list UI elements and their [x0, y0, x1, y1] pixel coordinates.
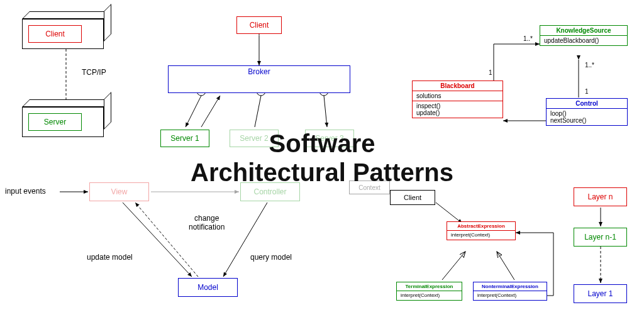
server-box: Server — [28, 113, 82, 131]
svg-line-12 — [223, 203, 267, 277]
broker-client: Client — [236, 16, 282, 34]
mult-many-b: 1..* — [585, 62, 594, 69]
mult-1b: 1 — [585, 88, 589, 95]
tcpip-label: TCP/IP — [82, 68, 106, 77]
mult-1a: 1 — [489, 69, 492, 76]
mvc-query-label: query model — [250, 253, 292, 262]
mvc-input-label: input events — [5, 187, 46, 196]
uml-control: Control loop() nextSource() — [546, 98, 628, 126]
uml-terminal: TerminalExpression interpret(Context) — [396, 282, 462, 301]
mvc-view: View — [89, 182, 149, 201]
client-cube: Client — [22, 19, 104, 49]
mvc-change-label: change notification — [189, 214, 225, 231]
svg-line-20 — [497, 252, 514, 280]
client-box: Client — [28, 25, 82, 43]
uml-abstract: AbstractExpression interpret(Context) — [447, 221, 516, 240]
layer-n1: Layer n-1 — [574, 228, 627, 247]
svg-line-5 — [324, 96, 327, 127]
mvc-model: Model — [178, 278, 238, 297]
svg-line-18 — [436, 203, 462, 223]
broker-box: Broker — [168, 65, 350, 93]
uml-nonterminal: NonterminalExpression interpret(Context) — [473, 282, 547, 301]
svg-line-4 — [255, 96, 261, 127]
mvc-update-label: update model — [87, 253, 133, 262]
svg-line-19 — [442, 252, 465, 280]
interp-client: Client — [390, 190, 435, 205]
svg-line-3 — [201, 96, 220, 127]
page-title: Software Architectural Patterns — [191, 129, 453, 187]
server-cube: Server — [22, 107, 104, 137]
svg-line-11 — [123, 203, 192, 277]
svg-line-2 — [186, 96, 201, 127]
uml-blackboard: Blackboard solutions inspect() update() — [412, 80, 503, 118]
layer-n: Layer n — [574, 187, 627, 206]
uml-knowledge: KnowledgeSource updateBlackboard() — [540, 25, 628, 46]
mult-many-a: 1..* — [523, 35, 533, 42]
layer-1: Layer 1 — [574, 284, 627, 303]
